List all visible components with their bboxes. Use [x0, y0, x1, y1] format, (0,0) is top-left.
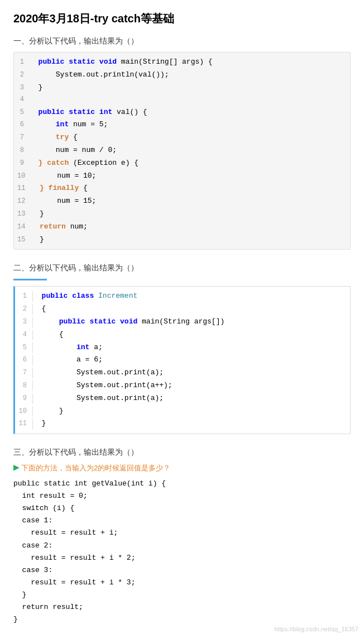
section-3-note: ▶ 下面的方法，当输入为2的时候返回值是多少？ — [13, 463, 351, 473]
code-token: System.out.print(a++); — [33, 381, 173, 389]
line-content: num = 15; — [31, 196, 350, 207]
line-content: public static int getValue(int i) { — [13, 478, 351, 490]
line-content: switch (i) { — [13, 502, 351, 515]
code-token: } — [30, 83, 42, 92]
code-line: 3 public static void main(String args[]) — [15, 316, 350, 328]
line-content: result = result + i * 3; — [13, 577, 351, 589]
code-token: public — [30, 58, 69, 66]
code-token: } — [33, 407, 64, 415]
line-number: 12 — [14, 196, 31, 207]
line-number: 2 — [15, 304, 33, 315]
line-content: public static void main(String[] args) { — [30, 56, 350, 68]
line-content: } finally { — [31, 183, 350, 194]
line-content: case 1: — [13, 515, 351, 527]
code-token: System.out.print(a); — [33, 394, 164, 402]
code-token: num = 10; — [31, 172, 96, 180]
line-content: num = num / 0; — [30, 145, 350, 156]
code-line: } — [13, 613, 351, 626]
section-1: 一、分析以下代码，输出结果为（） 1 public static void ma… — [13, 36, 351, 250]
code-token: Increment — [98, 292, 137, 300]
code-token: } — [31, 235, 44, 244]
code-line: case 2: — [13, 540, 351, 552]
code-token: { — [83, 184, 88, 192]
line-content: } — [31, 234, 350, 246]
line-number: 3 — [15, 317, 33, 327]
code-token: public — [33, 292, 72, 300]
code-line: return result; — [13, 601, 351, 613]
line-content: int a; — [33, 342, 350, 354]
line-content: } — [31, 208, 350, 220]
line-content: System.out.println(val()); — [30, 69, 350, 81]
code-line: 11 } finally { — [14, 182, 350, 195]
line-number: 5 — [14, 107, 30, 118]
line-content: result = result + i * 2; — [13, 552, 351, 564]
line-content: { — [33, 329, 350, 341]
line-content: { — [33, 303, 350, 315]
code-token: main(String[] args) { — [121, 58, 213, 66]
line-content: public class Increment — [33, 291, 350, 302]
code-line: 2 { — [15, 303, 350, 316]
code-token: main(String args[]) — [142, 317, 224, 326]
code-token: a; — [94, 343, 103, 351]
line-number: 7 — [14, 132, 30, 143]
code-token: public — [30, 108, 69, 116]
line-number: 5 — [15, 342, 33, 353]
line-number: 4 — [14, 94, 30, 105]
code-token: static — [89, 317, 120, 326]
line-content: public static void main(String args[]) — [33, 316, 350, 328]
code-token: num; — [70, 222, 88, 231]
code-token: int — [33, 343, 94, 351]
code-line: result = result + i * 2; — [13, 552, 351, 564]
line-number: 1 — [15, 291, 33, 302]
code-token: System.out.println(val()); — [30, 70, 169, 79]
line-content: System.out.print(a); — [33, 393, 350, 404]
line-number: 3 — [14, 83, 30, 93]
code-line: 9 System.out.print(a); — [15, 392, 350, 405]
code-line: public static int getValue(int i) { — [13, 478, 351, 490]
line-content: num = 10; — [31, 170, 350, 182]
page-title: 2020年3月18日-try catch等基础 — [13, 11, 351, 26]
line-number: 2 — [14, 70, 30, 80]
line-number: 9 — [15, 393, 33, 404]
code-token: { — [33, 304, 46, 313]
section-3-heading: 三、分析以下代码，输出结果为（） — [13, 447, 351, 458]
code-token: class — [72, 292, 98, 300]
line-content: try { — [30, 132, 350, 144]
line-number: 8 — [14, 145, 30, 156]
code-token: num = 5; — [73, 120, 108, 128]
blue-underline — [13, 279, 47, 280]
line-number: 6 — [14, 120, 30, 130]
code-token: void — [99, 58, 121, 66]
code-line: 1 public class Increment — [15, 290, 350, 303]
line-number: 15 — [14, 235, 31, 245]
line-content: int result = 0; — [13, 490, 351, 502]
code-block-3: public static int getValue(int i) { int … — [13, 477, 351, 627]
code-token: } — [33, 419, 46, 427]
code-line: 2 System.out.println(val()); — [14, 69, 350, 82]
code-block-2: 1 public class Increment2 {3 public stat… — [13, 286, 351, 434]
line-content: } — [13, 589, 351, 601]
code-line: 6 a = 6; — [15, 354, 350, 366]
line-number: 13 — [14, 209, 31, 220]
code-token: } finally — [31, 184, 83, 192]
code-token: a = 6; — [33, 355, 103, 364]
code-token: num = num / 0; — [30, 146, 117, 154]
note-text: 下面的方法，当输入为2的时候返回值是多少？ — [21, 463, 170, 473]
code-line: 14 return num; — [14, 221, 350, 234]
line-number: 11 — [15, 418, 33, 429]
line-content: case 2: — [13, 540, 351, 552]
line-number: 14 — [14, 222, 31, 232]
code-token: { — [73, 133, 78, 141]
code-line: 13 } — [14, 208, 350, 221]
code-token: } catch — [30, 159, 73, 167]
line-content: a = 6; — [33, 354, 350, 366]
code-token: } — [31, 210, 44, 218]
code-token: static — [69, 108, 99, 116]
code-block-1: 1 public static void main(String[] args)… — [13, 52, 351, 250]
line-number: 1 — [14, 57, 30, 68]
code-token: static — [69, 58, 99, 66]
code-line: result = result + i * 3; — [13, 577, 351, 589]
line-number: 7 — [15, 368, 33, 378]
line-number: 8 — [15, 380, 33, 391]
code-line: 1 public static void main(String[] args)… — [14, 56, 350, 69]
